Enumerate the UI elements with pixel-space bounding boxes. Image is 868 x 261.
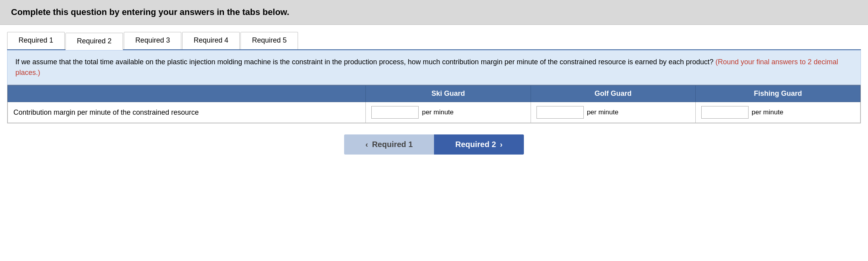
prev-button[interactable]: ‹ Required 1 [344, 134, 434, 155]
instruction-main-text: If we assume that the total time availab… [15, 58, 713, 66]
ski-guard-input-group: per minute [371, 106, 525, 119]
data-table: Ski Guard Golf Guard Fishing Guard Contr… [7, 85, 861, 123]
tab-required-4[interactable]: Required 4 [182, 32, 240, 49]
col-header-golf-guard: Golf Guard [531, 86, 695, 102]
row-label: Contribution margin per minute of the co… [8, 102, 366, 123]
next-chevron-icon: › [500, 140, 503, 149]
golf-guard-input[interactable] [536, 106, 584, 119]
nav-buttons: ‹ Required 1 Required 2 › [7, 134, 861, 155]
tab-required-5[interactable]: Required 5 [240, 32, 298, 49]
data-table-wrapper: Ski Guard Golf Guard Fishing Guard Contr… [7, 85, 861, 123]
tab-required-1[interactable]: Required 1 [7, 32, 65, 49]
header-title: Complete this question by entering your … [11, 7, 289, 17]
col-header-ski-guard: Ski Guard [366, 86, 531, 102]
fishing-guard-cell: per minute [695, 102, 860, 123]
page-wrapper: Complete this question by entering your … [0, 0, 868, 155]
col-header-empty [8, 86, 366, 102]
next-button[interactable]: Required 2 › [434, 134, 524, 155]
prev-chevron-icon: ‹ [365, 140, 368, 149]
fishing-guard-per-minute: per minute [752, 108, 783, 116]
golf-guard-cell: per minute [531, 102, 695, 123]
prev-button-label: Required 1 [372, 140, 413, 149]
golf-guard-per-minute: per minute [587, 108, 618, 116]
ski-guard-input[interactable] [371, 106, 419, 119]
table-header-row: Ski Guard Golf Guard Fishing Guard [8, 86, 861, 102]
ski-guard-per-minute: per minute [422, 108, 453, 116]
golf-guard-input-group: per minute [536, 106, 690, 119]
tab-required-2[interactable]: Required 2 [65, 33, 123, 50]
instruction-box: If we assume that the total time availab… [7, 50, 861, 85]
tab-required-3[interactable]: Required 3 [124, 32, 181, 49]
next-button-label: Required 2 [455, 140, 496, 149]
header-banner: Complete this question by entering your … [0, 0, 868, 25]
table-row: Contribution margin per minute of the co… [8, 102, 861, 123]
fishing-guard-input[interactable] [701, 106, 749, 119]
col-header-fishing-guard: Fishing Guard [695, 86, 860, 102]
tabs-container: Required 1 Required 2 Required 3 Require… [7, 32, 861, 50]
fishing-guard-input-group: per minute [701, 106, 855, 119]
ski-guard-cell: per minute [366, 102, 531, 123]
